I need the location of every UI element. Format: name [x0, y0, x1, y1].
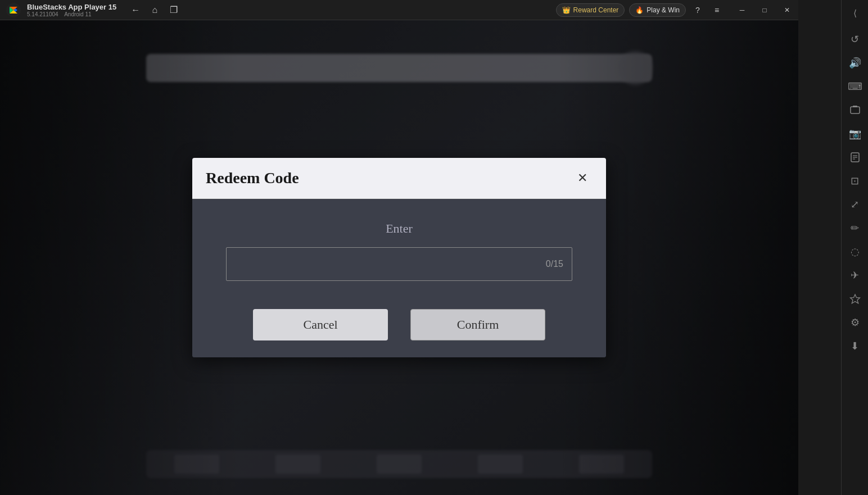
reward-center-button[interactable]: 👑 Reward Center [556, 3, 625, 17]
sidebar-keyboard-icon[interactable]: ⌨ [844, 75, 866, 98]
sidebar-crop-icon[interactable]: ⊡ [844, 170, 866, 192]
app-title: BlueStacks App Player 15 [27, 3, 116, 11]
dialog-body: Enter 0/15 [192, 199, 606, 298]
app-version: 5.14.211004 Android 11 [27, 11, 116, 17]
sidebar-screenshot-icon[interactable] [844, 99, 866, 121]
titlebar-right: 👑 Reward Center 🔥 Play & Win ? ≡ [556, 3, 724, 17]
sidebar-camera-icon[interactable]: 📷 [844, 122, 866, 145]
crown-icon: 👑 [562, 6, 571, 14]
redeem-code-dialog: Redeem Code ✕ Enter 0/15 Cancel Confirm [192, 158, 606, 357]
confirm-button[interactable]: Confirm [410, 309, 545, 340]
svg-rect-1 [851, 107, 860, 113]
app-logo [4, 1, 22, 19]
menu-button[interactable]: ≡ [709, 3, 724, 17]
sidebar-fullscreen-icon[interactable]: ⤢ [844, 193, 866, 216]
home-button[interactable]: ⌂ [147, 2, 162, 18]
sidebar-settings-icon[interactable]: ⚙ [844, 311, 866, 334]
sidebar-eraser-icon[interactable]: ◌ [844, 240, 866, 263]
window-controls: ─ □ ✕ [731, 0, 798, 20]
nav-buttons: ← ⌂ ❐ [128, 2, 182, 18]
reward-label: Reward Center [573, 6, 619, 14]
back-button[interactable]: ← [128, 2, 143, 18]
svg-marker-7 [850, 294, 860, 303]
enter-label: Enter [386, 221, 413, 236]
modal-overlay: Redeem Code ✕ Enter 0/15 Cancel Confirm [0, 20, 798, 495]
sidebar-star-icon[interactable] [844, 288, 866, 310]
help-button[interactable]: ? [690, 3, 705, 17]
play-win-button[interactable]: 🔥 Play & Win [629, 3, 686, 17]
close-button[interactable]: ✕ [776, 0, 798, 20]
main-content: Redeem Code ✕ Enter 0/15 Cancel Confirm [0, 20, 798, 495]
code-input-wrap: 0/15 [226, 247, 572, 281]
sidebar-rotate-icon[interactable]: ↺ [844, 28, 866, 51]
minimize-button[interactable]: ─ [731, 0, 753, 20]
app-name-block: BlueStacks App Player 15 5.14.211004 And… [27, 3, 116, 17]
copy-button[interactable]: ❐ [166, 2, 182, 18]
right-sidebar: ⟨ ↺ 🔊 ⌨ 📷 ⊡ ⤢ ✏ ◌ ✈ ⚙ ⬇ [841, 0, 868, 495]
dialog-title: Redeem Code [206, 169, 299, 187]
svg-rect-2 [853, 106, 857, 107]
code-input[interactable] [226, 247, 572, 281]
maximize-button[interactable]: □ [753, 0, 776, 20]
dialog-footer: Cancel Confirm [192, 298, 606, 357]
dialog-close-button[interactable]: ✕ [572, 168, 593, 188]
sidebar-plane-icon[interactable]: ✈ [844, 264, 866, 287]
flame-icon: 🔥 [635, 6, 644, 14]
titlebar: BlueStacks App Player 15 5.14.211004 And… [0, 0, 798, 20]
sidebar-apk-icon[interactable] [844, 146, 866, 169]
dialog-header: Redeem Code ✕ [192, 158, 606, 199]
sidebar-edit-icon[interactable]: ✏ [844, 217, 866, 239]
sidebar-download-icon[interactable]: ⬇ [844, 335, 866, 357]
sidebar-expand-icon[interactable]: ⟨ [844, 6, 866, 20]
play-win-label: Play & Win [647, 6, 680, 14]
sidebar-volume-icon[interactable]: 🔊 [844, 52, 866, 74]
cancel-button[interactable]: Cancel [253, 309, 388, 340]
